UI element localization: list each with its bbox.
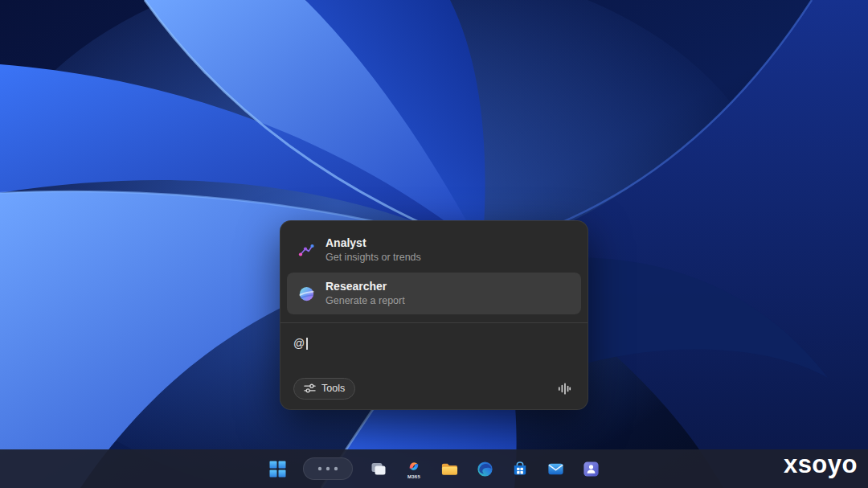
teams-person-icon — [582, 460, 600, 478]
taskbar: M365 — [0, 449, 868, 488]
m365-badge: M365 — [407, 474, 420, 479]
edge-button[interactable] — [469, 453, 501, 485]
copilot-flyout: Analyst Get insights or trends — [280, 220, 588, 410]
window-stack-icon — [370, 460, 387, 478]
agent-menu: Analyst Get insights or trends — [280, 221, 588, 322]
sliders-icon — [304, 383, 316, 394]
agent-title: Researcher — [326, 279, 405, 294]
edge-swirl-icon — [476, 460, 494, 478]
start-button[interactable] — [261, 453, 293, 485]
teams-button[interactable] — [575, 453, 607, 485]
agent-subtitle: Get insights or trends — [326, 251, 421, 265]
agent-text: Researcher Generate a report — [326, 279, 405, 308]
file-explorer-button[interactable] — [433, 453, 465, 485]
m365-copilot-button[interactable]: M365 — [398, 453, 430, 485]
task-view-button[interactable] — [362, 453, 395, 485]
agent-title: Analyst — [326, 236, 421, 251]
m365-copilot-icon — [407, 459, 421, 474]
tools-button[interactable]: Tools — [293, 378, 355, 400]
windows-logo-icon — [269, 461, 286, 478]
watermark: xsoyo — [784, 450, 858, 479]
analyst-scatter-trend-icon — [297, 240, 316, 260]
agent-subtitle: Generate a report — [326, 294, 405, 308]
voice-input-button[interactable] — [555, 380, 575, 397]
shopping-bag-icon — [511, 460, 529, 478]
prompt-input[interactable]: @ — [293, 336, 575, 377]
voice-waveform-icon — [558, 382, 571, 396]
ellipsis-dots-icon — [317, 466, 338, 471]
envelope-icon — [547, 460, 565, 478]
tools-label: Tools — [321, 383, 345, 394]
composer: @ Tools — [280, 323, 588, 409]
agent-item-researcher[interactable]: Researcher Generate a report — [287, 273, 581, 314]
researcher-orb-icon — [297, 284, 316, 303]
agent-item-analyst[interactable]: Analyst Get insights or trends — [287, 229, 581, 271]
search-pill-button[interactable] — [303, 457, 353, 480]
text-caret — [306, 338, 308, 350]
composer-toolbar: Tools — [293, 377, 575, 400]
outlook-button[interactable] — [539, 453, 571, 485]
agent-text: Analyst Get insights or trends — [326, 236, 421, 265]
folder-icon — [440, 460, 459, 478]
store-button[interactable] — [504, 453, 536, 485]
prompt-text: @ — [293, 337, 305, 350]
